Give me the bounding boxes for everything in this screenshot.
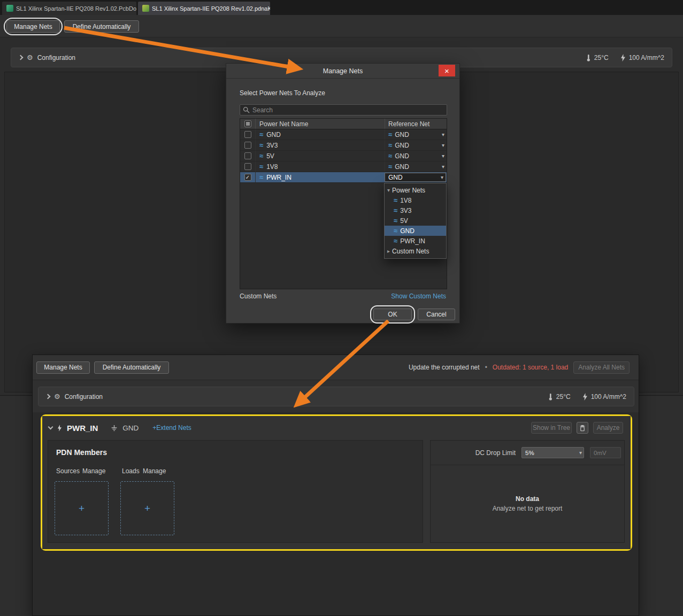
dialog-titlebar[interactable]: Manage Nets xyxy=(226,64,459,79)
reference-net-value: GND xyxy=(388,174,403,181)
tab-pcbdoc[interactable]: SL1 Xilinx Spartan-IIE PQ208 Rev1.02.Pcb… xyxy=(2,2,136,15)
dc-drop-limit-row: DC Drop Limit 5% ▾ 0mV xyxy=(431,441,624,465)
table-row[interactable]: ≈1V8 ≈GND▾ xyxy=(240,161,447,172)
extend-nets-link[interactable]: +Extend Nets xyxy=(152,424,191,432)
chevron-down-icon: ▾ xyxy=(579,450,582,456)
power-net-icon: ≈ xyxy=(394,217,397,224)
reference-net-value: GND xyxy=(395,131,409,138)
search-icon xyxy=(243,106,250,113)
table-row[interactable]: ≈3V3 ≈GND▾ xyxy=(240,140,447,151)
check-icon: ✓ xyxy=(245,175,250,180)
table-row-selected[interactable]: ✓ ≈PWR_IN GND▾ xyxy=(240,172,447,183)
tree-group-label: Custom Nets xyxy=(392,248,429,255)
show-custom-nets-link[interactable]: Show Custom Nets xyxy=(391,292,446,300)
analyze-button-label: Analyze xyxy=(597,424,620,432)
add-source-button[interactable]: + xyxy=(55,481,109,535)
manage-nets-button-label: Manage Nets xyxy=(14,23,52,30)
gear-icon: ⚙ xyxy=(27,54,33,61)
reference-net-value: GND xyxy=(395,163,409,171)
configuration-bar[interactable]: ⚙ Configuration 25°C 100 A/mm^2 xyxy=(38,387,634,406)
lightning-icon xyxy=(582,393,588,401)
analyze-all-nets-button[interactable]: Analyze All Nets xyxy=(573,361,630,374)
power-net-name: 5V xyxy=(266,152,274,160)
define-automatically-button[interactable]: Define Automatically xyxy=(64,20,139,33)
ok-button-label: OK xyxy=(388,311,397,318)
select-all-checkbox[interactable] xyxy=(244,120,251,127)
show-in-tree-label: Show in Tree xyxy=(533,424,570,432)
sources-manage-link[interactable]: Manage xyxy=(82,467,105,475)
table-row[interactable]: ≈5V ≈GND▾ xyxy=(240,151,447,161)
loads-manage-link[interactable]: Manage xyxy=(143,467,166,475)
pwr-in-net-card: PWR_IN GND +Extend Nets Show in Tree xyxy=(42,416,631,549)
row-checkbox[interactable] xyxy=(244,152,251,159)
reference-net-dropdown[interactable]: ≈GND▾ xyxy=(385,140,447,150)
power-net-icon: ≈ xyxy=(388,142,392,149)
table-row[interactable]: ≈GND ≈GND▾ xyxy=(240,129,447,140)
popup-net-item[interactable]: ≈1V8 xyxy=(385,195,446,205)
tree-group-label: Power Nets xyxy=(392,187,425,194)
delete-net-button[interactable] xyxy=(577,422,588,434)
dc-drop-limit-value: 5% xyxy=(525,450,534,456)
annotation-highlight-box: PWR_IN GND +Extend Nets Show in Tree xyxy=(41,414,632,551)
row-checkbox[interactable] xyxy=(244,142,251,149)
power-net-icon: ≈ xyxy=(259,174,263,181)
power-net-icon: ≈ xyxy=(394,197,397,204)
custom-nets-label: Custom Nets xyxy=(240,292,277,300)
column-header-power-net-name: Power Net Name xyxy=(259,120,308,128)
power-net-icon: ≈ xyxy=(388,152,392,159)
popup-net-label: GND xyxy=(400,227,415,235)
chevron-down-icon[interactable] xyxy=(48,425,53,430)
dialog-title: Manage Nets xyxy=(323,67,363,75)
tab-label: SL1 Xilinx Spartan-IIE PQ208 Rev1.02.Pcb… xyxy=(16,5,136,12)
tree-group-custom-nets[interactable]: ▸ Custom Nets xyxy=(385,246,446,256)
popup-net-label: PWR_IN xyxy=(400,237,425,245)
analyze-button[interactable]: Analyze xyxy=(593,422,623,434)
no-data-subtitle: Analyze net to get report xyxy=(493,505,563,512)
show-in-tree-button[interactable]: Show in Tree xyxy=(531,422,572,434)
manage-nets-dialog: Manage Nets × Select Power Nets To Analy… xyxy=(226,63,460,324)
tree-group-power-nets[interactable]: ▾ Power Nets xyxy=(385,185,446,195)
reference-net-dropdown-open[interactable]: GND▾ xyxy=(385,173,446,182)
plus-icon: + xyxy=(144,503,150,514)
pdn-members-title: PDN Members xyxy=(56,448,107,457)
current-density-value: 100 A/mm^2 xyxy=(629,54,664,61)
voltage-limit-field[interactable]: 0mV xyxy=(590,447,621,458)
tree-expanded-icon: ▾ xyxy=(387,188,390,193)
power-net-icon: ≈ xyxy=(388,163,392,170)
search-input[interactable] xyxy=(252,106,444,114)
cancel-button-label: Cancel xyxy=(426,311,446,318)
row-checkbox[interactable] xyxy=(244,131,251,138)
popup-net-item[interactable]: ≈PWR_IN xyxy=(385,236,446,246)
close-icon[interactable]: × xyxy=(439,65,455,76)
manage-nets-button[interactable]: Manage Nets xyxy=(6,20,60,33)
popup-net-item[interactable]: ≈3V3 xyxy=(385,205,446,215)
sources-label: Sources xyxy=(56,467,80,475)
dc-drop-limit-label: DC Drop Limit xyxy=(475,449,516,457)
row-checkbox-checked[interactable]: ✓ xyxy=(244,174,251,181)
plus-icon: + xyxy=(79,503,85,514)
popup-net-label: 3V3 xyxy=(400,207,411,214)
reference-net-dropdown[interactable]: ≈GND▾ xyxy=(385,161,447,172)
power-net-name: 1V8 xyxy=(266,163,278,171)
add-load-button[interactable]: + xyxy=(120,481,174,535)
update-corrupted-net-link[interactable]: Update the corrupted net xyxy=(409,364,480,371)
no-data-title: No data xyxy=(516,495,539,503)
dc-drop-limit-select[interactable]: 5% ▾ xyxy=(521,447,584,458)
define-automatically-button[interactable]: Define Automatically xyxy=(94,361,169,374)
popup-net-item-selected[interactable]: ≈GND xyxy=(385,226,446,236)
cancel-button[interactable]: Cancel xyxy=(418,309,455,320)
power-net-name: PWR_IN xyxy=(266,174,291,181)
popup-net-item[interactable]: ≈5V xyxy=(385,215,446,226)
manage-nets-button[interactable]: Manage Nets xyxy=(36,361,90,374)
reference-net-dropdown[interactable]: ≈GND▾ xyxy=(385,151,447,161)
pdn-analyzer-window-after: Manage Nets Define Automatically Update … xyxy=(32,355,639,616)
loads-label: Loads xyxy=(122,467,140,475)
ok-button[interactable]: OK xyxy=(373,309,412,320)
pdna-document-icon xyxy=(142,5,149,12)
power-net-name: GND xyxy=(266,131,281,138)
current-density-value: 100 A/mm^2 xyxy=(591,393,626,401)
reference-net-dropdown[interactable]: ≈GND▾ xyxy=(385,129,447,140)
tab-pdna-active[interactable]: SL1 Xilinx Spartan-IIE PQ208 Rev1.02.pdn… xyxy=(138,2,270,15)
row-checkbox[interactable] xyxy=(244,163,251,170)
reference-net-name: GND xyxy=(122,424,139,432)
